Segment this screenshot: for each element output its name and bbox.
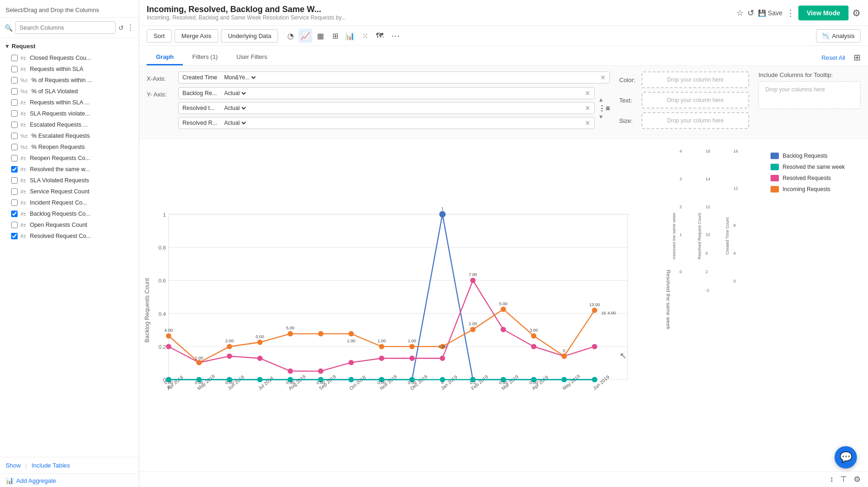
svg-point-64 [288, 368, 293, 374]
scroll-up-icon[interactable]: ▲ [598, 96, 610, 103]
tab-graph[interactable]: Graph [147, 50, 183, 65]
legend-item-resolved-same: Resolved the same week [771, 164, 863, 170]
col-checkbox-resolved-req-co[interactable] [11, 233, 18, 239]
col-checkbox-sla-violated-req[interactable] [11, 177, 18, 184]
y-axis-row: Y- Axis: Backlog Re... ActualSum ✕ Resol… [147, 87, 610, 129]
svg-point-81 [349, 331, 354, 337]
right-panel: Incoming, Resolved, Backlog and Same W..… [139, 0, 868, 487]
col-item-pct-req-within[interactable]: %± % of Requests within ... [0, 75, 139, 86]
settings-bottom-icon[interactable]: ⚙ [854, 474, 861, 484]
color-drop-zone[interactable]: Drop your column here [641, 71, 749, 88]
pie-chart-icon[interactable]: ◔ [284, 29, 298, 43]
bar-chart-icon[interactable]: ▦ [313, 29, 327, 43]
merge-axis-button[interactable]: Merge Axis [175, 29, 218, 43]
view-mode-button[interactable]: View Mode [798, 6, 849, 20]
svg-point-48 [257, 377, 263, 383]
col-item-escalated-req[interactable]: #± Escalated Requests ... [0, 119, 139, 130]
chat-fab-button[interactable]: 💬 [835, 446, 857, 468]
col-item-closed-req[interactable]: #± Closed Requests Cou... [0, 52, 139, 64]
y-axis-col-3-remove[interactable]: ✕ [585, 119, 590, 127]
col-item-sla-req-violate[interactable]: #± SLA Requests violate... [0, 108, 139, 119]
y-axis-col-1-name: Backlog Re... [182, 90, 220, 96]
scatter-icon[interactable]: ⁙ [358, 29, 372, 43]
refresh-icon[interactable]: ↺ [747, 8, 754, 18]
col-type-icon-incident-req-co: #± [20, 200, 26, 205]
line-chart-icon[interactable]: 📈 [298, 29, 312, 43]
settings-icon[interactable]: ⚙ [852, 7, 861, 19]
reset-all-btn[interactable]: Reset All [818, 51, 849, 65]
col-item-reopen-req-co[interactable]: #± Reopen Requests Co... [0, 153, 139, 164]
combo-chart-icon[interactable]: 📊 [343, 29, 357, 43]
svg-text:0.2: 0.2 [470, 380, 476, 385]
x-axis-remove-btn[interactable]: ✕ [600, 74, 606, 81]
scroll-down-icon[interactable]: ▼ [598, 114, 610, 120]
col-item-req-within-sla[interactable]: #± Requests within SLA [0, 64, 139, 75]
add-aggregate-btn[interactable]: 📊 Add Aggregate [0, 474, 139, 487]
col-checkbox-req-within-sla2[interactable] [11, 99, 18, 106]
col-checkbox-sla-req-violate[interactable] [11, 110, 18, 117]
col-checkbox-req-within-sla[interactable] [11, 66, 18, 72]
col-item-resolved-same-w[interactable]: #± Resolved the same w... [0, 164, 139, 175]
col-item-pct-reopen[interactable]: %± % Reopen Requests [0, 141, 139, 153]
text-drop-zone[interactable]: Drop your column here [641, 92, 749, 109]
col-item-service-req-count[interactable]: #± Service Request Count [0, 186, 139, 197]
svg-text:3: 3 [680, 177, 682, 181]
col-item-incident-req-co[interactable]: #± Incident Request Co... [0, 197, 139, 208]
svg-text:0: 0 [563, 348, 565, 353]
sort-button[interactable]: Sort [147, 29, 172, 43]
layout-icon[interactable]: ⊞ [854, 52, 861, 63]
col-checkbox-service-req-count[interactable] [11, 188, 18, 195]
include-tables-link[interactable]: Include Tables [32, 462, 70, 469]
size-drop-zone[interactable]: Drop your column here [641, 112, 749, 129]
col-item-resolved-req-co[interactable]: #± Resolved Request Co... [0, 231, 139, 242]
save-button[interactable]: 💾 Save [758, 9, 783, 17]
col-item-req-within-sla2[interactable]: #± Requests within SLA ... [0, 97, 139, 108]
col-item-pct-escalated[interactable]: %± % Escalated Requests [0, 130, 139, 141]
chart-more-icon[interactable]: ⋯ [391, 31, 400, 41]
col-checkbox-closed-req[interactable] [11, 55, 18, 61]
color-text-size-config: Color: Drop your column here Text: Drop … [619, 71, 749, 133]
tab-user-filters[interactable]: User Filters [227, 50, 276, 65]
col-checkbox-escalated-req[interactable] [11, 122, 18, 128]
filter-bottom-icon[interactable]: ⊤ [840, 474, 847, 484]
col-item-sla-violated-req[interactable]: #± SLA Violated Requests [0, 175, 139, 186]
bar-chart-small-icon[interactable]: ⋮≡ [598, 104, 610, 113]
sort-bottom-icon[interactable]: ↕ [830, 475, 834, 484]
svg-point-77 [227, 344, 233, 349]
star-icon[interactable]: ☆ [736, 8, 744, 18]
analysis-button[interactable]: 📉 Analysis [816, 29, 861, 43]
col-checkbox-open-req-count[interactable] [11, 222, 18, 228]
y-axis-col-1-remove[interactable]: ✕ [585, 90, 590, 97]
stacked-bar-icon[interactable]: ⊞ [328, 29, 342, 43]
group-header-request[interactable]: ▾ Request [0, 40, 139, 52]
col-item-backlog-req-co[interactable]: #± Backlog Requests Co... [0, 208, 139, 219]
tab-filters[interactable]: Filters (1) [183, 50, 227, 65]
svg-text:3.00: 3.00 [530, 328, 538, 333]
overflow-icon[interactable]: ⋮ [786, 8, 795, 18]
y-axis-col-2-agg[interactable]: ActualSum [222, 104, 247, 112]
x-axis-aggregation-select[interactable]: Mon&Ye... Year Month [222, 74, 257, 81]
col-checkbox-pct-reopen[interactable] [11, 144, 18, 150]
svg-text:0: 0 [680, 269, 682, 274]
search-columns-input[interactable] [15, 21, 116, 34]
map-icon[interactable]: 🗺 [373, 29, 387, 43]
more-options-icon[interactable]: ⋮ [127, 23, 134, 32]
y-axis-col-1-agg[interactable]: ActualSum [222, 90, 247, 97]
legend-label-resolved-same: Resolved the same week [783, 164, 845, 170]
col-checkbox-reopen-req-co[interactable] [11, 155, 18, 161]
refresh-icon[interactable]: ↺ [118, 24, 124, 32]
col-checkbox-incident-req-co[interactable] [11, 199, 18, 206]
y-axis-col-3-agg[interactable]: ActualSum [222, 119, 247, 127]
col-item-open-req-count[interactable]: #± Open Requests Count [0, 219, 139, 231]
col-checkbox-backlog-req-co[interactable] [11, 211, 18, 217]
underlying-data-button[interactable]: Underlying Data [221, 29, 278, 43]
tooltip-drop-zone[interactable]: Drop your columns here [758, 81, 861, 109]
col-checkbox-pct-sla-violated[interactable] [11, 88, 18, 95]
y-axis-col-2-remove[interactable]: ✕ [585, 104, 590, 112]
col-checkbox-resolved-same-w[interactable] [11, 166, 18, 173]
col-item-pct-sla-violated[interactable]: %± % of SLA Violated [0, 86, 139, 97]
show-link[interactable]: Show [6, 462, 21, 469]
col-checkbox-pct-escalated[interactable] [11, 133, 18, 139]
col-checkbox-pct-req-within[interactable] [11, 77, 18, 83]
svg-text:0.00: 0.00 [408, 380, 416, 385]
